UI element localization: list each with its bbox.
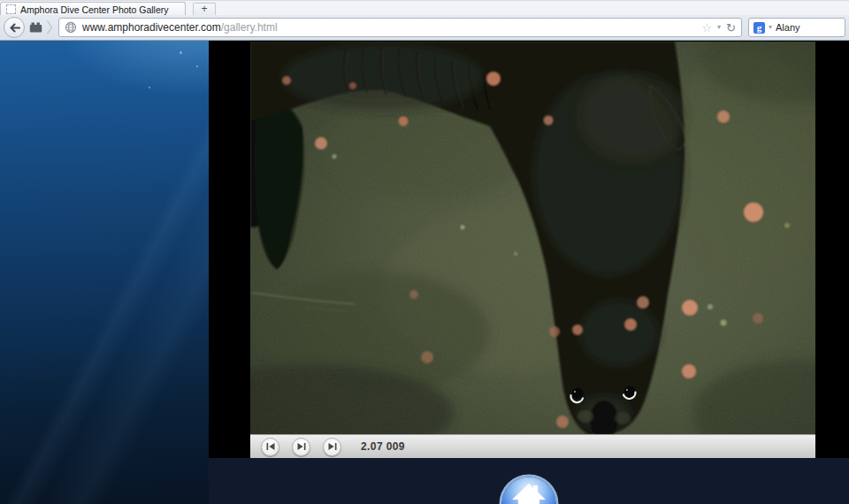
search-dropdown-icon[interactable]: ▾ <box>769 24 772 31</box>
seal-photo[interactable] <box>250 42 815 434</box>
skip-first-button[interactable] <box>261 438 279 456</box>
back-button[interactable] <box>4 17 25 38</box>
url-domain: www.amphoradivecenter.com <box>82 21 221 34</box>
skip-last-button[interactable] <box>323 438 341 456</box>
page-content: 2.07 009 <box>0 41 849 504</box>
tab-active[interactable]: Amphora Dive Center Photo Gallery <box>0 2 186 16</box>
bookmark-star-icon[interactable]: ☆ <box>701 22 712 34</box>
skip-first-icon <box>266 443 275 450</box>
url-bar[interactable]: www.amphoradivecenter.com/gallery.html ☆… <box>58 18 742 37</box>
next-icon <box>297 443 306 450</box>
breadcrumb-chevron-icon <box>46 20 53 34</box>
bubble-speck <box>196 65 198 67</box>
url-path: /gallery.html <box>221 21 278 34</box>
bubble-speck <box>180 51 182 54</box>
urlbar-dropdown-icon[interactable]: ▾ <box>717 24 721 31</box>
site-breadcrumb[interactable] <box>25 20 58 34</box>
back-arrow-icon <box>9 23 20 33</box>
default-favicon-icon <box>6 4 16 14</box>
globe-icon <box>65 21 77 34</box>
search-input[interactable]: Alany <box>776 22 800 33</box>
skip-last-icon <box>328 443 337 450</box>
new-tab-button[interactable]: + <box>193 3 216 16</box>
home-button[interactable] <box>499 474 559 504</box>
gallery-controls: 2.07 009 <box>250 434 815 458</box>
reload-icon[interactable]: ↻ <box>726 22 736 34</box>
page-brick-icon <box>29 22 42 33</box>
page-footer <box>209 458 849 504</box>
browser-window: Amphora Dive Center Photo Gallery + <box>0 0 849 504</box>
next-button[interactable] <box>292 438 310 456</box>
bubble-speck <box>149 87 150 88</box>
google-icon[interactable]: g <box>753 22 765 34</box>
navigation-toolbar: www.amphoradivecenter.com/gallery.html ☆… <box>0 15 849 41</box>
photo-counter: 2.07 009 <box>361 440 405 453</box>
tab-bar: Amphora Dive Center Photo Gallery + <box>0 0 849 15</box>
underwater-background <box>0 41 209 504</box>
home-icon <box>499 474 559 504</box>
photo-viewer: 2.07 009 <box>209 41 849 458</box>
url-text: www.amphoradivecenter.com/gallery.html <box>82 21 696 34</box>
tab-title: Amphora Dive Center Photo Gallery <box>20 4 169 15</box>
search-bar[interactable]: g ▾ Alany <box>748 18 845 37</box>
